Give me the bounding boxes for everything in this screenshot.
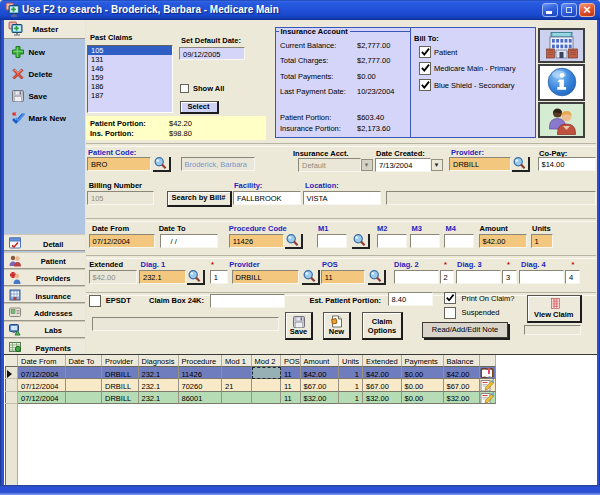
amount-field[interactable]: $42.00 <box>479 234 527 248</box>
grid-cell[interactable]: $42.00 <box>444 367 480 379</box>
select-button[interactable]: Select <box>180 101 219 114</box>
grid-cell[interactable]: 232.1 <box>139 379 179 391</box>
diag2-seq-field[interactable]: 2 <box>440 270 455 284</box>
sidebar-action-new[interactable]: New <box>4 45 86 61</box>
procedure-search-button[interactable] <box>285 234 303 249</box>
m2-field[interactable] <box>377 234 407 248</box>
past-claims-item[interactable]: 186 <box>88 82 172 91</box>
bill-to-medicare-checkbox[interactable] <box>419 62 432 75</box>
facility-field[interactable]: FALLBROOK <box>233 191 301 205</box>
m1-search-button[interactable] <box>352 234 370 249</box>
grid-header-provider[interactable]: Provider <box>102 355 139 367</box>
facility-button[interactable] <box>538 28 585 63</box>
read-add-edit-note-button[interactable]: Read/Add/Edit Note <box>422 322 508 338</box>
close-button[interactable]: × <box>579 3 595 17</box>
grid-header-payments[interactable]: Payments <box>402 355 444 367</box>
patient-code-search-button[interactable] <box>153 157 171 172</box>
diag4-seq-field[interactable]: 4 <box>565 270 580 284</box>
grid-cell[interactable]: $67.00 <box>301 379 340 391</box>
grid-cell[interactable]: $32.00 <box>363 392 402 404</box>
grid-cell[interactable] <box>66 392 103 404</box>
past-claims-item[interactable]: 159 <box>88 73 172 82</box>
info-button[interactable] <box>538 64 585 101</box>
grid-header-mod-1[interactable]: Mod 1 <box>222 355 252 367</box>
diag3-seq-field[interactable]: 3 <box>502 270 517 284</box>
grid-cell[interactable]: 1 <box>339 392 363 404</box>
date-to-field[interactable]: / / <box>160 234 218 248</box>
title-bar[interactable]: Use F2 to search - Broderick, Barbara - … <box>0 0 600 20</box>
sidebar-action-save[interactable]: Save <box>4 89 86 105</box>
grid-cell[interactable]: 07/12/2004 <box>18 392 66 404</box>
diag1-field[interactable]: 232.1 <box>139 270 186 284</box>
grid-cell[interactable]: DRBILL <box>102 367 139 379</box>
grid-row-selector[interactable] <box>5 379 17 391</box>
minimize-button[interactable] <box>542 3 558 17</box>
sidebar-item-insurance[interactable]: Insurance <box>4 286 86 303</box>
grid-cell[interactable]: 1 <box>339 379 363 391</box>
claim-options-button[interactable]: Claim Options <box>362 312 403 340</box>
diag1-search-button[interactable] <box>187 270 205 285</box>
grid-cell[interactable] <box>66 367 103 379</box>
set-default-date-field[interactable]: 09/12/2005 <box>179 47 245 60</box>
sidebar-item-labs[interactable]: Labs <box>4 321 86 338</box>
search-by-bill-button[interactable]: Search by Bill# <box>167 191 232 207</box>
provider-search-button[interactable] <box>512 157 530 172</box>
grid-header-pos[interactable]: POS <box>281 355 301 367</box>
new-claim-button[interactable]: New <box>323 312 351 340</box>
print-on-claim-checkbox[interactable] <box>444 292 456 304</box>
grid-cell[interactable]: $67.00 <box>363 379 402 391</box>
pos-search-button[interactable] <box>368 270 386 285</box>
procedure-code-field[interactable]: 11426 <box>229 234 284 248</box>
grid-cell[interactable]: 1 <box>339 367 363 379</box>
grid-cell[interactable]: 21 <box>222 379 252 391</box>
m4-field[interactable] <box>444 234 474 248</box>
diag1-seq-field[interactable]: 1 <box>210 270 228 284</box>
grid-header-amount[interactable]: Amount <box>301 355 340 367</box>
past-claims-item[interactable]: 105 <box>88 46 172 55</box>
grid-cell[interactable]: $0.00 <box>402 392 444 404</box>
provider-line-search-button[interactable] <box>302 270 320 285</box>
diag3-field[interactable] <box>456 270 501 284</box>
grid-header-diagnosis[interactable]: Diagnosis <box>139 355 179 367</box>
sidebar-header-master[interactable]: Master <box>4 20 86 39</box>
grid-cell[interactable]: $0.00 <box>402 379 444 391</box>
sidebar-action-delete[interactable]: Delete <box>4 67 86 83</box>
sidebar-item-addresses[interactable]: Addresses <box>4 303 86 320</box>
patients-button[interactable] <box>538 102 585 138</box>
grid-header-mod-2[interactable]: Mod 2 <box>252 355 282 367</box>
grid-cell[interactable]: $32.00 <box>301 392 340 404</box>
diag2-field[interactable] <box>394 270 439 284</box>
grid-header-procedure[interactable]: Procedure <box>179 355 223 367</box>
patient-code-field[interactable]: BRO <box>87 157 151 171</box>
bill-to-patient-checkbox[interactable] <box>419 46 432 59</box>
provider-line-field[interactable]: DRBILL <box>232 270 299 284</box>
grid-row-note-button[interactable] <box>480 392 496 404</box>
grid-cell[interactable]: $67.00 <box>444 379 480 391</box>
units-field[interactable]: 1 <box>531 234 553 248</box>
copay-field[interactable]: $14.00 <box>538 157 596 171</box>
diag4-field[interactable] <box>519 270 564 284</box>
provider-top-field[interactable]: DRBILL <box>449 157 511 171</box>
past-claims-listbox[interactable]: 105131146159186187 <box>87 45 173 113</box>
grid-cell[interactable]: 11426 <box>179 367 223 379</box>
sidebar-item-payments[interactable]: Payments <box>4 338 86 355</box>
suspended-checkbox[interactable] <box>444 307 456 319</box>
grid-row-selector[interactable] <box>5 392 17 404</box>
pos-field[interactable]: 11 <box>321 270 366 284</box>
grid-cell[interactable] <box>222 367 252 379</box>
bill-to-blueshield-checkbox[interactable] <box>419 79 432 92</box>
grid-cell[interactable]: DRBILL <box>102 392 139 404</box>
grid-header-date-to[interactable]: Date To <box>66 355 103 367</box>
insurance-acct-dropdown-button[interactable]: ▼ <box>361 159 373 171</box>
grid-cell[interactable]: 11 <box>281 367 301 379</box>
grid-header-extended[interactable]: Extended <box>363 355 402 367</box>
sidebar-item-patient[interactable]: Patient <box>4 252 86 269</box>
grid-cell[interactable] <box>66 379 103 391</box>
location-field[interactable]: VISTA <box>303 191 381 205</box>
grid-header-balance[interactable]: Balance <box>444 355 480 367</box>
grid-cell[interactable]: 07/12/2004 <box>18 367 66 379</box>
grid-header-date-from[interactable]: Date From <box>18 355 66 367</box>
grid-cell[interactable] <box>252 392 282 404</box>
sidebar-item-providers[interactable]: Providers <box>4 269 86 286</box>
m3-field[interactable] <box>410 234 440 248</box>
